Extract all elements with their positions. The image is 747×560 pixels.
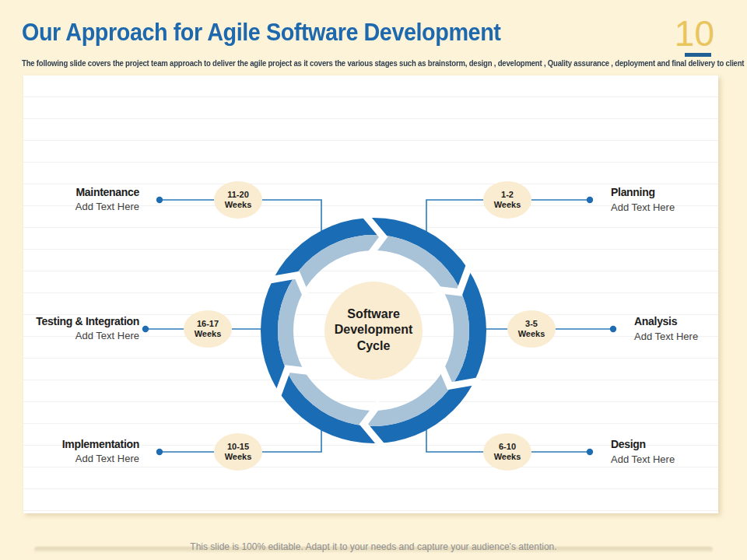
stage-planning: Planning Add Text Here xyxy=(611,185,729,215)
dot-implementation xyxy=(156,449,163,455)
dot-maintenance xyxy=(156,197,163,203)
cycle-center-label: Software Development Cycle xyxy=(328,306,419,354)
duration-badge-analysis: 3-5 Weeks xyxy=(507,310,556,348)
stage-text-placeholder[interactable]: Add Text Here xyxy=(634,330,747,344)
duration-value: 11-20 xyxy=(227,190,249,200)
duration-badge-maintenance: 11-20 Weeks xyxy=(214,181,262,219)
stage-testing-integration: Testing & Integration Add Text Here xyxy=(21,314,139,343)
duration-value: 10-15 xyxy=(227,442,249,452)
stage-maintenance: Maintenance Add Text Here xyxy=(21,185,139,214)
stage-name: Design xyxy=(611,437,729,452)
duration-badge-implementation: 10-15 Weeks xyxy=(214,433,262,471)
dot-analysis xyxy=(610,326,616,332)
duration-value: 16-17 xyxy=(197,319,219,329)
duration-unit: Weeks xyxy=(225,200,252,210)
duration-value: 6-10 xyxy=(499,442,516,452)
stage-name: Implementation xyxy=(62,437,139,452)
duration-value: 3-5 xyxy=(525,319,538,329)
dot-testing xyxy=(142,326,149,332)
stage-text-placeholder[interactable]: Add Text Here xyxy=(21,329,139,343)
stage-analysis: Analysis Add Text Here xyxy=(634,314,747,344)
stage-text-placeholder[interactable]: Add Text Here xyxy=(611,453,729,467)
duration-unit: Weeks xyxy=(494,200,521,210)
duration-badge-testing: 16-17 Weeks xyxy=(184,310,232,348)
stage-name: Planning xyxy=(611,185,729,200)
duration-badge-design: 6-10 Weeks xyxy=(483,433,531,471)
stage-name: Analysis xyxy=(634,314,747,329)
duration-value: 1-2 xyxy=(501,190,514,200)
stage-name: Maintenance xyxy=(76,185,140,200)
stage-text-placeholder[interactable]: Add Text Here xyxy=(21,200,139,214)
dot-design xyxy=(587,449,593,455)
duration-unit: Weeks xyxy=(195,329,222,339)
stage-name: Testing & Integration xyxy=(36,314,139,329)
cycle-diagram xyxy=(0,0,747,560)
stage-text-placeholder[interactable]: Add Text Here xyxy=(21,452,139,466)
stage-implementation: Implementation Add Text Here xyxy=(21,437,139,466)
duration-badge-planning: 1-2 Weeks xyxy=(483,181,531,219)
stage-text-placeholder[interactable]: Add Text Here xyxy=(611,201,729,215)
dot-planning xyxy=(587,197,593,203)
stage-design: Design Add Text Here xyxy=(611,437,729,467)
slide: Our Approach for Agile Software Developm… xyxy=(0,0,747,560)
footer-note: This slide is 100% editable. Adapt it to… xyxy=(0,541,747,552)
duration-unit: Weeks xyxy=(518,329,545,339)
duration-unit: Weeks xyxy=(225,452,252,462)
duration-unit: Weeks xyxy=(494,452,521,462)
